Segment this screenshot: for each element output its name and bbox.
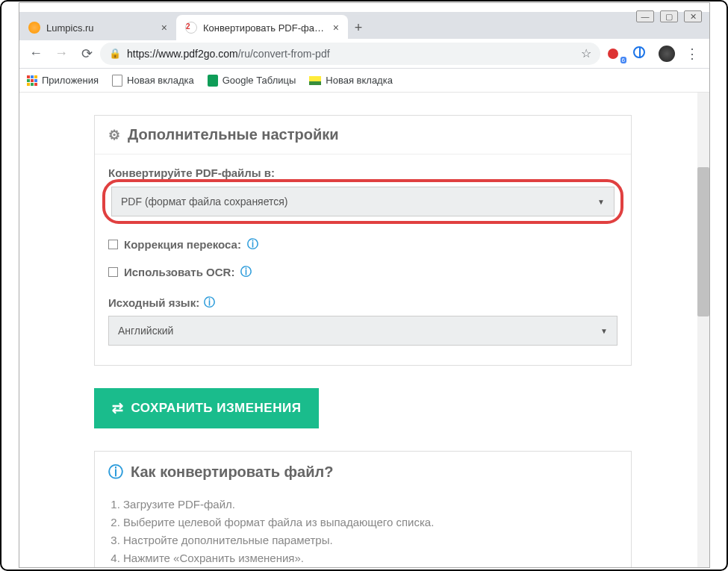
picture-icon <box>309 76 321 85</box>
profile-avatar[interactable] <box>659 46 675 62</box>
swap-arrows-icon: ⇄ <box>112 400 124 416</box>
back-button[interactable]: ← <box>24 42 48 66</box>
url-text: https://www.pdf2go.com/ru/convert-from-p… <box>127 48 330 60</box>
bookmark-star-icon[interactable]: ☆ <box>581 46 591 60</box>
info-icon[interactable]: ⓘ <box>204 296 215 310</box>
tab-pdf2go[interactable]: 2 Конвертировать PDF-файл — К × <box>176 15 348 40</box>
howto-step: Настройте дополнительные параметры. <box>123 531 617 549</box>
tab-lumpics[interactable]: Lumpics.ru × <box>19 15 176 40</box>
advanced-settings-panel: ⚙ Дополнительные настройки Конвертируйте… <box>94 115 632 366</box>
bookmark-apps[interactable]: Приложения <box>27 75 99 86</box>
apps-grid-icon <box>27 75 37 86</box>
source-language-label: Исходный язык: <box>108 296 199 309</box>
how-to-panel: ⓘ Как конвертировать файл? Загрузите PDF… <box>94 451 632 567</box>
format-select[interactable]: PDF (формат файла сохраняется) ▼ <box>111 187 615 216</box>
lock-icon: 🔒 <box>109 48 121 59</box>
howto-step: Загрузите PDF-файл. <box>123 496 617 514</box>
bookmark-google-sheets[interactable]: Google Таблицы <box>208 75 296 87</box>
save-changes-button[interactable]: ⇄ СОХРАНИТЬ ИЗМЕНЕНИЯ <box>94 388 319 428</box>
panel-header: ⓘ Как конвертировать файл? <box>95 452 631 493</box>
howto-steps-list: Загрузите PDF-файл. Выберите целевой фор… <box>95 493 631 567</box>
deskew-checkbox[interactable] <box>108 240 118 249</box>
howto-step: Нажмите «Сохранить изменения». <box>123 549 617 567</box>
browser-menu-button[interactable]: ⋮ <box>685 46 699 62</box>
window-minimize-button[interactable]: — <box>636 10 654 22</box>
panel-title: Дополнительные настройки <box>128 126 339 143</box>
bookmarks-bar: Приложения Новая вкладка Google Таблицы … <box>19 69 709 93</box>
bookmark-newtab-2[interactable]: Новая вкладка <box>309 75 393 86</box>
language-select-value: Английский <box>118 325 173 337</box>
pdf2go-favicon-icon: 2 <box>185 22 197 34</box>
address-bar[interactable]: 🔒 https://www.pdf2go.com/ru/convert-from… <box>100 43 600 65</box>
forward-button[interactable]: → <box>49 42 73 66</box>
howto-title: Как конвертировать файл? <box>131 464 333 481</box>
bookmark-newtab-1[interactable]: Новая вкладка <box>112 75 194 87</box>
deskew-label: Коррекция перекоса: <box>124 238 241 251</box>
info-icon: ⓘ <box>108 462 123 482</box>
close-icon[interactable]: × <box>161 22 167 34</box>
gears-icon: ⚙ <box>108 127 120 143</box>
extension-globe-icon[interactable] <box>633 46 648 61</box>
chevron-down-icon: ▼ <box>597 198 605 206</box>
new-tab-button[interactable]: + <box>348 17 369 38</box>
convert-to-label: Конвертируйте PDF-файлы в: <box>108 166 617 179</box>
panel-header: ⚙ Дополнительные настройки <box>95 116 631 155</box>
sheets-icon <box>208 75 218 87</box>
tab-title: Конвертировать PDF-файл — К <box>203 22 327 34</box>
format-select-highlight: PDF (формат файла сохраняется) ▼ <box>102 179 623 224</box>
ocr-checkbox[interactable] <box>108 267 118 277</box>
reload-button[interactable]: ⟳ <box>75 42 99 66</box>
info-icon[interactable]: ⓘ <box>247 237 258 252</box>
window-close-button[interactable]: ✕ <box>684 10 702 22</box>
page-icon <box>112 75 122 87</box>
scrollbar-thumb[interactable] <box>697 167 709 316</box>
howto-step: Выберите целевой формат файла из выпадаю… <box>123 514 617 531</box>
close-icon[interactable]: × <box>333 22 339 34</box>
info-icon[interactable]: ⓘ <box>240 265 252 279</box>
extension-opera-icon[interactable]: 6 <box>608 46 623 61</box>
ocr-label: Использовать OCR: <box>124 266 234 278</box>
save-button-label: СОХРАНИТЬ ИЗМЕНЕНИЯ <box>131 401 302 416</box>
extension-badge: 6 <box>620 57 626 63</box>
chevron-down-icon: ▼ <box>600 327 608 335</box>
scrollbar-track[interactable] <box>697 93 709 567</box>
window-maximize-button[interactable]: ▢ <box>660 10 678 22</box>
tab-title: Lumpics.ru <box>46 22 155 34</box>
lumpics-favicon-icon <box>28 22 40 34</box>
format-select-value: PDF (формат файла сохраняется) <box>121 196 288 208</box>
tab-strip: Lumpics.ru × 2 Конвертировать PDF-файл —… <box>19 12 709 39</box>
language-select[interactable]: Английский ▼ <box>108 316 617 346</box>
